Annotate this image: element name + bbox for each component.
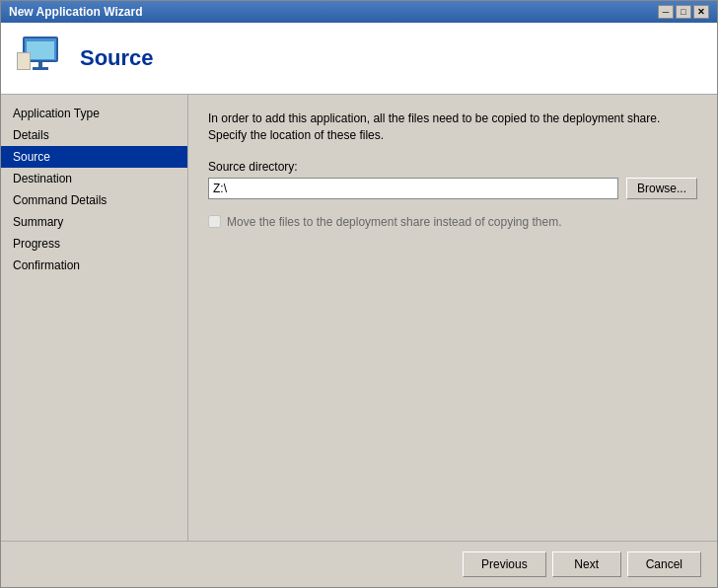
sidebar-item-progress[interactable]: Progress: [1, 233, 187, 255]
sidebar-item-command-details[interactable]: Command Details: [1, 189, 187, 211]
wizard-window: New Application Wizard ─ □ ✕ Source Appl…: [0, 0, 718, 588]
sidebar-item-application-type[interactable]: Application Type: [1, 103, 187, 124]
previous-button[interactable]: Previous: [463, 551, 546, 577]
next-button[interactable]: Next: [552, 551, 621, 577]
maximize-button[interactable]: □: [676, 5, 691, 19]
wizard-body: In order to add this application, all th…: [188, 95, 717, 541]
source-directory-label: Source directory:: [208, 160, 697, 174]
sidebar: Application Type Details Source Destinat…: [1, 95, 188, 541]
browse-button[interactable]: Browse...: [626, 178, 697, 199]
content-area: Source Application Type Details Source D…: [1, 23, 717, 541]
sidebar-item-details[interactable]: Details: [1, 124, 187, 146]
header-section: Source: [1, 23, 717, 95]
window-title: New Application Wizard: [9, 5, 142, 19]
source-directory-input[interactable]: [208, 178, 618, 199]
move-files-checkbox[interactable]: [208, 215, 221, 228]
sidebar-item-confirmation[interactable]: Confirmation: [1, 255, 187, 276]
title-bar-controls: ─ □ ✕: [658, 5, 709, 19]
page-title: Source: [80, 45, 154, 71]
cancel-button[interactable]: Cancel: [627, 551, 701, 577]
main-content: Application Type Details Source Destinat…: [1, 95, 717, 541]
move-files-label: Move the files to the deployment share i…: [227, 215, 562, 229]
source-directory-row: Browse...: [208, 178, 697, 199]
close-button[interactable]: ✕: [693, 5, 709, 19]
sidebar-item-destination[interactable]: Destination: [1, 168, 187, 189]
sidebar-item-source[interactable]: Source: [1, 146, 187, 168]
move-files-row: Move the files to the deployment share i…: [208, 215, 697, 229]
title-bar: New Application Wizard ─ □ ✕: [1, 1, 717, 23]
minimize-button[interactable]: ─: [658, 5, 674, 19]
instruction-text: In order to add this application, all th…: [208, 110, 697, 144]
sidebar-item-summary[interactable]: Summary: [1, 211, 187, 233]
wizard-icon: [17, 35, 64, 82]
footer: Previous Next Cancel: [1, 541, 717, 587]
